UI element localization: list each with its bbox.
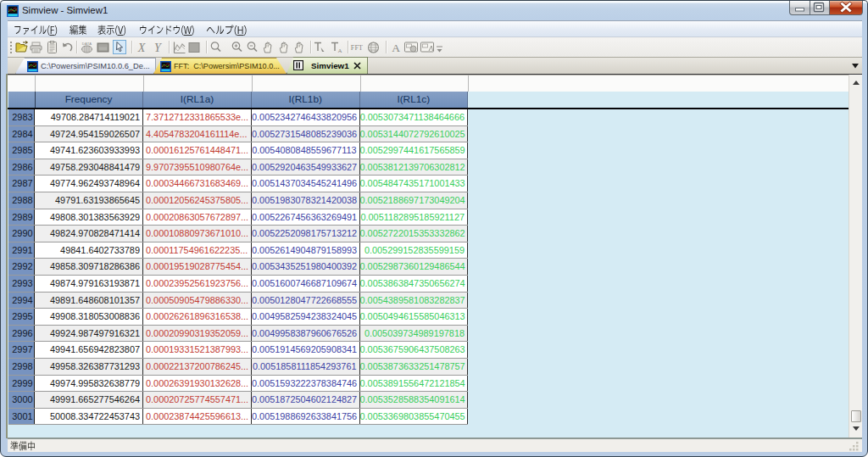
- svg-text:FFT: FFT: [351, 44, 363, 52]
- svg-text:X: X: [137, 42, 146, 54]
- svg-text:A: A: [392, 42, 400, 54]
- svg-text:DATA: DATA: [82, 42, 92, 46]
- svg-text:A: A: [337, 47, 342, 54]
- svg-text:Y: Y: [154, 42, 163, 54]
